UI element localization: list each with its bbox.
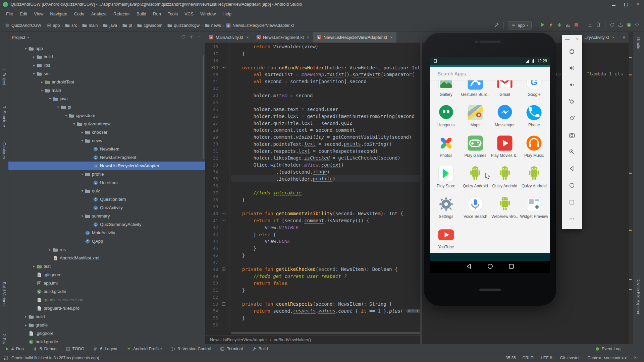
tree-item-gitignore[interactable]: .gitignore (8, 329, 205, 338)
breadcrumb-newslistrecyclerviewadapter-kt[interactable]: KNewsListRecyclerViewAdapter.kt (225, 22, 294, 28)
app-maps[interactable]: Maps (461, 104, 490, 134)
project-scrollbar[interactable] (203, 55, 204, 159)
expanded-arrow-icon[interactable]: ▾ (71, 122, 77, 126)
tree-item-build-gradle[interactable]: Gbuild.gradle (8, 287, 205, 296)
nav-back-button[interactable] (466, 263, 473, 271)
breadcrumb-main[interactable]: main (81, 22, 99, 28)
tree-item-pl[interactable]: ▾pl (8, 103, 205, 111)
tree-item-libs[interactable]: ▸libs (8, 61, 205, 69)
tree-item-app[interactable]: ▾app (8, 44, 205, 53)
tree-item-quizsummaryactivity[interactable]: CQuizSummaryActivity (8, 220, 205, 229)
emulator-close-button[interactable]: × (576, 37, 579, 42)
maximize-button[interactable] (620, 0, 632, 9)
error-stripe-mark[interactable] (629, 173, 632, 174)
tree-item-build-gradle[interactable]: Gbuild.gradle (8, 338, 205, 344)
expanded-arrow-icon[interactable]: ▾ (79, 189, 85, 193)
tree-item-google-services-json[interactable]: google-services.json (8, 296, 205, 304)
app-play-music[interactable]: Play Music (520, 134, 549, 165)
expanded-arrow-icon[interactable]: ▾ (55, 105, 61, 109)
menu-run[interactable]: Run (150, 9, 164, 19)
menu-vcs[interactable]: VCS (181, 9, 197, 19)
expanded-arrow-icon[interactable]: ▾ (79, 172, 85, 176)
panel-gear-button[interactable] (189, 35, 194, 40)
emulator-volume-down-button[interactable] (562, 76, 582, 93)
menu-help[interactable]: Help (219, 9, 235, 19)
tab-newslistfragment-kt[interactable]: KNewsListFragment.kt× (253, 32, 313, 43)
tab-newslistrecyclerviewadapter-kt[interactable]: KNewsListRecyclerViewAdapter.kt× (313, 32, 396, 43)
photos-icon[interactable] (437, 134, 455, 152)
maps-icon[interactable] (466, 104, 484, 122)
app-quizy-android[interactable]: Quizy Android (490, 165, 520, 195)
emulator-rotate-left-button[interactable] (562, 93, 582, 110)
tree-item-src[interactable]: ▾src (8, 69, 205, 78)
menu-file[interactable]: File (3, 9, 16, 19)
play-games-icon[interactable] (466, 134, 484, 152)
toolstrip-7-structure[interactable]: 7: Structure (2, 106, 6, 127)
toolbar-gradle-button[interactable]: G (626, 22, 632, 28)
fold-marker-icon[interactable]: − (222, 302, 225, 306)
breadcrumb-news[interactable]: news (204, 22, 222, 28)
breadcrumb-java[interactable]: java (102, 22, 118, 28)
search-apps-field[interactable]: Search Apps... (430, 67, 550, 80)
toolwindow-toggle-icon[interactable] (3, 356, 8, 360)
app-widget-preview[interactable]: Widget Preview (520, 195, 549, 226)
run-config-selector[interactable]: app▾ (508, 21, 532, 29)
collapsed-arrow-icon[interactable]: ▸ (31, 264, 37, 268)
tree-item-quizzandrcgw[interactable]: ▾quizzandrcgw (8, 120, 205, 128)
expanded-arrow-icon[interactable]: ▾ (47, 97, 53, 101)
tree-item-build[interactable]: ▸build (8, 312, 205, 321)
code-editor[interactable]: 16 return ViewHolder(view)17 }1819↑− ove… (205, 43, 420, 335)
tree-item-java[interactable]: ▾java (8, 95, 205, 103)
collapsed-arrow-icon[interactable]: ▸ (31, 63, 37, 67)
toolwindow-5-debug[interactable]: 5: Debug (33, 347, 57, 351)
tree-item-test[interactable]: ▸test (8, 262, 205, 270)
play-movies-icon[interactable] (496, 134, 514, 152)
expanded-arrow-icon[interactable]: ▾ (79, 214, 85, 218)
collapsed-arrow-icon[interactable]: ▸ (31, 55, 37, 59)
menu-code[interactable]: Code (71, 9, 88, 19)
toolbar-profiler-button[interactable] (565, 22, 571, 28)
breadcrumb-src[interactable]: src (64, 22, 78, 28)
youtube-icon[interactable] (437, 226, 455, 244)
fold-marker-icon[interactable]: − (222, 212, 225, 215)
tree-item-questionitem[interactable]: CQuestionItem (8, 195, 205, 203)
hector-icon[interactable] (634, 355, 638, 361)
menu-edit[interactable]: Edit (16, 9, 31, 19)
nav-home-button[interactable] (487, 263, 494, 271)
android-app-icon[interactable] (466, 165, 484, 183)
chevron-down-icon[interactable]: ▾ (27, 36, 29, 39)
breadcrumb-quizzandrcgw[interactable]: quizzandrcgw (166, 22, 200, 28)
app-play-games[interactable]: Play Games (461, 134, 490, 165)
tab-list-icon[interactable]: ≡ (623, 35, 625, 40)
tree-item-res[interactable]: ▸res (8, 245, 205, 254)
tree-item-androidmanifest-xml[interactable]: AndroidManifest.xml (8, 254, 205, 262)
menu-analyze[interactable]: Analyze (88, 9, 110, 19)
tree-item-useritem[interactable]: CUserItem (8, 178, 205, 187)
menu-view[interactable]: View (31, 9, 47, 19)
tree-item-gradle[interactable]: ▸gradle (8, 321, 205, 329)
menu-refactor[interactable]: Refactor (110, 9, 133, 19)
emulator-rotate-right-button[interactable] (562, 110, 582, 127)
toolbar-sync-button[interactable] (609, 22, 615, 28)
breadcrumb-class[interactable]: NewsListRecyclerViewAdapter (210, 338, 267, 342)
expanded-arrow-icon[interactable]: ▾ (31, 72, 37, 75)
fold-marker-icon[interactable]: − (222, 267, 225, 271)
collapsed-arrow-icon[interactable]: ▸ (23, 323, 29, 327)
tree-item-news[interactable]: ▾news (8, 136, 205, 145)
toolbar-sdk-button[interactable] (618, 22, 623, 28)
emulator-back-button[interactable] (562, 160, 582, 177)
status-35-35[interactable]: 35:35 (506, 356, 516, 360)
hangouts-icon[interactable] (437, 104, 455, 122)
toolwindow-6-logcat[interactable]: 6: Logcat (93, 347, 117, 351)
collapsed-arrow-icon[interactable]: ▸ (47, 248, 53, 251)
toolstrip-gradle[interactable]: Gradle (636, 37, 641, 49)
toolwindow-todo[interactable]: TODO (66, 347, 85, 351)
play-store-icon[interactable] (437, 165, 455, 183)
tree-item-mainactivity[interactable]: CMainActivity (8, 229, 205, 237)
project-panel-title[interactable]: Project (12, 35, 25, 40)
toolstrip-1-project[interactable]: 1: Project (2, 68, 6, 85)
toolbar-apply-button[interactable] (548, 22, 554, 28)
emulator-minimize-button[interactable]: — (565, 37, 570, 42)
tab-mainactivity-kt[interactable]: KMainActivity.kt× (205, 32, 253, 43)
toolbar-hammer-button[interactable] (494, 22, 499, 28)
